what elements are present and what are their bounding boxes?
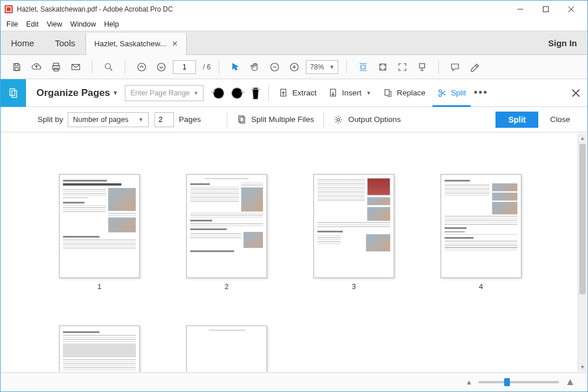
tab-close-icon[interactable]: ✕ [172,39,178,48]
menu-file[interactable]: File [6,20,18,28]
svg-rect-40 [240,117,245,123]
minimize-button[interactable] [508,1,533,17]
organize-bar: Organize Pages▼ Enter Page Range ▼ Extra… [1,79,587,107]
menubar: File Edit View Window Help [1,18,587,31]
email-icon[interactable] [68,59,84,75]
zoom-out-icon[interactable] [267,59,283,75]
menu-edit[interactable]: Edit [26,20,39,28]
split-multiple-button[interactable]: Split Multiple Files [236,114,315,125]
menu-help[interactable]: Help [104,20,119,28]
print-icon[interactable] [48,59,64,75]
organize-close-button[interactable] [564,89,587,97]
zoom-dropdown[interactable]: 78%▼ [306,60,338,74]
maximize-button[interactable] [533,1,559,17]
vertical-scrollbar[interactable]: ▲ ▼ [578,134,587,372]
rotate-right-icon[interactable] [228,84,246,102]
menu-window[interactable]: Window [71,20,96,28]
page-number-input[interactable] [173,60,196,74]
page-range-input[interactable]: Enter Page Range ▼ [125,85,204,101]
svg-rect-34 [385,90,390,95]
cloud-upload-icon[interactable] [28,59,45,75]
page-thumbnail[interactable]: 4 [441,174,522,291]
fit-width-icon[interactable] [355,59,371,75]
page-thumbnail[interactable] [186,326,267,372]
page-thumbnail[interactable]: 2 [186,174,267,291]
page-down-icon[interactable] [153,59,169,75]
thumbnail-area: 1 2 [1,134,587,372]
scrollbar-thumb[interactable] [579,144,586,294]
fullscreen-icon[interactable] [394,59,411,75]
page-number-label: 4 [479,283,483,291]
zoom-small-icon[interactable]: ▲ [465,378,472,386]
search-icon[interactable] [101,59,117,75]
tab-row: Home Tools Hazlet, Saskatchew... ✕ ? Sig… [1,31,587,55]
organize-title[interactable]: Organize Pages▼ [26,87,125,99]
scroll-down-icon[interactable]: ▼ [578,363,587,372]
page-total: / 6 [203,63,210,71]
tab-tools[interactable]: Tools [45,31,86,54]
more-tools-button[interactable]: ••• [472,87,490,99]
svg-rect-2 [7,8,11,12]
replace-button[interactable]: Replace [377,84,431,102]
pages-label: Pages [179,115,201,124]
reading-mode-icon[interactable] [414,59,430,75]
fit-page-icon[interactable] [375,59,391,75]
page-range-placeholder: Enter Page Range [130,89,190,97]
split-close-button[interactable]: Close [550,115,570,124]
bottom-bar: ▲ ▲ [1,372,587,391]
highlight-icon[interactable] [467,59,483,75]
zoom-slider-knob[interactable] [504,378,510,386]
zoom-value: 78% [310,63,324,71]
window-title: Hazlet, Saskatchewan.pdf - Adobe Acrobat… [17,5,173,13]
page-number-label: 3 [352,283,356,291]
page-thumbnail[interactable]: 3 [313,174,394,291]
svg-rect-13 [15,64,18,66]
hand-icon[interactable] [247,59,263,75]
page-number-label: 2 [225,283,229,291]
split-tool-button[interactable]: Split [431,84,472,102]
menu-view[interactable]: View [47,20,62,28]
page-up-icon[interactable] [134,59,150,75]
svg-rect-29 [420,64,425,68]
zoom-slider[interactable] [478,381,559,383]
tab-home[interactable]: Home [1,31,45,54]
delete-icon[interactable] [246,84,265,102]
split-action-button[interactable]: Split [495,112,538,128]
insert-button[interactable]: Insert ▼ [322,84,377,102]
scroll-up-icon[interactable]: ▲ [578,134,587,143]
organize-pages-icon [1,79,26,107]
sign-in-button[interactable]: Sign In [538,31,587,54]
svg-point-41 [337,118,340,121]
svg-point-19 [105,64,110,69]
page-thumbnail[interactable]: 1 [59,174,140,291]
split-method-dropdown[interactable]: Number of pages▼ [68,112,149,127]
svg-rect-14 [15,67,19,70]
titlebar: Hazlet, Saskatchewan.pdf - Adobe Acrobat… [1,1,587,18]
svg-rect-39 [238,116,243,122]
svg-point-21 [138,63,146,71]
svg-rect-15 [54,63,59,66]
pointer-icon[interactable] [227,59,243,75]
svg-rect-30 [10,88,14,95]
app-icon [4,5,13,14]
svg-rect-4 [543,7,549,12]
svg-rect-17 [54,68,58,71]
svg-rect-31 [12,90,17,97]
svg-line-20 [110,68,112,71]
main-toolbar: / 6 78%▼ [1,55,587,79]
rotate-left-icon[interactable] [209,84,228,102]
tab-document[interactable]: Hazlet, Saskatchew... ✕ [86,33,187,54]
tab-document-label: Hazlet, Saskatchew... [94,39,166,48]
extract-button[interactable]: Extract [272,84,322,102]
page-thumbnail[interactable] [59,326,140,372]
svg-point-22 [157,63,165,71]
comment-icon[interactable] [447,59,463,75]
zoom-in-icon[interactable] [286,59,302,75]
output-options-button[interactable]: Output Options [333,114,401,125]
page-number-label: 1 [98,283,102,291]
close-window-button[interactable] [559,1,584,17]
save-icon[interactable] [9,59,25,75]
split-count-input[interactable] [154,112,174,127]
zoom-large-icon[interactable]: ▲ [565,376,575,388]
split-bar: Split by Number of pages▼ Pages Split Mu… [1,107,587,132]
